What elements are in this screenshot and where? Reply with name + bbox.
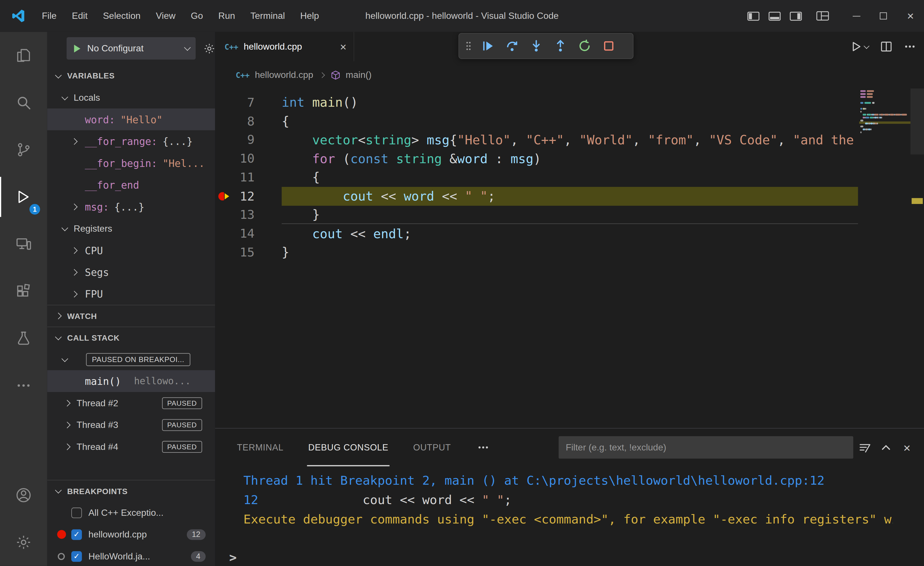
code-line[interactable]: 14 cout << endl; xyxy=(215,224,924,243)
split-editor-icon[interactable] xyxy=(880,41,892,53)
breadcrumb-symbol[interactable]: main() xyxy=(346,70,372,80)
code-line[interactable]: 7int main() xyxy=(215,93,924,112)
toggle-panel-icon[interactable] xyxy=(764,0,785,32)
editor-gutter[interactable]: 8 xyxy=(215,112,282,131)
code-editor[interactable]: 7int main()8{9 vector<string> msg{"Hello… xyxy=(215,89,924,428)
code-line[interactable]: 11 { xyxy=(215,168,924,187)
toolbar-drag-handle[interactable] xyxy=(461,38,476,54)
variable-row[interactable]: __for_end xyxy=(47,174,215,196)
variable-row[interactable]: CPU xyxy=(47,239,215,261)
console-prompt[interactable]: > xyxy=(229,551,237,565)
variables-section-header[interactable]: VARIABLES xyxy=(47,65,215,86)
variable-row[interactable]: word:"Hello" xyxy=(47,108,215,130)
call-stack-section-header[interactable]: CALL STACK xyxy=(47,327,215,348)
menu-help[interactable]: Help xyxy=(292,0,327,32)
code-line[interactable]: 12 cout << word << " "; xyxy=(215,187,924,206)
console-filter-input[interactable] xyxy=(559,436,853,459)
sidebar-item-more[interactable] xyxy=(0,362,47,409)
breakpoint-checkbox[interactable]: ✓ xyxy=(71,529,82,540)
callstack-status-row[interactable]: PAUSED ON BREAKPOI... xyxy=(47,348,215,370)
stack-frame-row[interactable]: main()hellowo... xyxy=(47,370,215,392)
sidebar-item-source-control[interactable] xyxy=(0,126,47,173)
breakpoint-checkbox[interactable]: ✓ xyxy=(71,551,82,561)
thread-row[interactable]: Thread #2PAUSED xyxy=(47,392,215,414)
run-and-debug-icon xyxy=(15,189,32,205)
close-panel-icon[interactable]: × xyxy=(897,437,917,457)
variable-row[interactable]: __for_begin:"Hel... xyxy=(47,152,215,174)
code-line[interactable]: 15} xyxy=(215,243,924,261)
tab-close-icon[interactable]: × xyxy=(340,41,346,52)
minimap[interactable] xyxy=(859,89,910,428)
menu-edit[interactable]: Edit xyxy=(64,0,95,32)
breakpoint-row[interactable]: ✓helloworld.cpp12 xyxy=(47,524,215,545)
maximize-button[interactable] xyxy=(870,0,897,32)
editor-gutter[interactable]: 12 xyxy=(215,187,282,206)
sidebar-item-remote-explorer[interactable] xyxy=(0,221,47,267)
menu-run[interactable]: Run xyxy=(211,0,243,32)
tab-debug-console[interactable]: DEBUG CONSOLE xyxy=(307,428,390,466)
sidebar-item-testing[interactable] xyxy=(0,315,47,362)
editor-gutter[interactable]: 13 xyxy=(215,206,282,224)
editor-gutter[interactable]: 14 xyxy=(215,224,282,243)
debug-step-out-button[interactable] xyxy=(548,33,572,59)
scrollbar-slider[interactable] xyxy=(910,89,924,154)
run-or-debug-button[interactable] xyxy=(850,41,868,53)
debug-continue-button[interactable] xyxy=(476,33,500,59)
tab-output[interactable]: OUTPUT xyxy=(412,428,452,466)
menu-file[interactable]: File xyxy=(34,0,64,32)
editor-gutter[interactable]: 7 xyxy=(215,93,282,112)
code-line[interactable]: 13 } xyxy=(215,206,924,224)
customize-layout-icon[interactable] xyxy=(812,0,833,32)
menu-terminal[interactable]: Terminal xyxy=(243,0,292,32)
variable-row[interactable]: Segs xyxy=(47,261,215,283)
more-actions-icon[interactable] xyxy=(904,41,916,53)
code-line[interactable]: 10 for (const string &word : msg) xyxy=(215,149,924,168)
debug-config-dropdown[interactable]: No Configurat xyxy=(66,37,195,60)
editor-gutter[interactable]: 9 xyxy=(215,131,282,150)
editor-gutter[interactable]: 15 xyxy=(215,243,282,261)
watch-section-header[interactable]: WATCH xyxy=(47,305,215,326)
code-line[interactable]: 8{ xyxy=(215,112,924,131)
variable-row[interactable]: FPU xyxy=(47,283,215,305)
variable-row[interactable]: __for_range:{...} xyxy=(47,131,215,152)
breakpoints-section-header[interactable]: BREAKPOINTS xyxy=(47,480,215,501)
editor-gutter[interactable]: 10 xyxy=(215,149,282,168)
debug-step-into-button[interactable] xyxy=(524,33,548,59)
variables-group-registers[interactable]: Registers xyxy=(47,218,215,239)
sidebar-item-run-and-debug[interactable]: 1 xyxy=(0,173,47,221)
debug-step-over-button[interactable] xyxy=(500,33,524,59)
line-number: 13 xyxy=(215,208,254,222)
tab-helloworld-cpp[interactable]: C++ helloworld.cpp × xyxy=(215,32,354,62)
breadcrumb-file[interactable]: helloworld.cpp xyxy=(255,70,314,80)
toggle-sidebar-right-icon[interactable] xyxy=(785,0,806,32)
sidebar-item-explorer[interactable] xyxy=(0,32,47,79)
variable-row[interactable]: msg:{...} xyxy=(47,196,215,218)
breakpoint-checkbox[interactable] xyxy=(71,507,82,518)
thread-row[interactable]: Thread #3PAUSED xyxy=(47,414,215,435)
editor-gutter[interactable]: 11 xyxy=(215,168,282,187)
settings-button[interactable] xyxy=(0,519,47,566)
panel-more-tabs-icon[interactable] xyxy=(474,438,492,456)
minimize-button[interactable] xyxy=(843,0,870,32)
close-button[interactable]: × xyxy=(897,0,924,32)
editor-scrollbar[interactable] xyxy=(910,89,924,428)
tab-terminal[interactable]: TERMINAL xyxy=(236,428,285,466)
variables-group-locals[interactable]: Locals xyxy=(47,87,215,108)
breakpoint-row[interactable]: ✓HelloWorld.ja...4 xyxy=(47,545,215,566)
menu-selection[interactable]: Selection xyxy=(95,0,148,32)
debug-settings-gear-icon[interactable] xyxy=(203,42,215,54)
debug-restart-button[interactable] xyxy=(572,33,596,59)
debug-stop-button[interactable] xyxy=(596,33,621,59)
line-number: 14 xyxy=(215,227,254,241)
accounts-button[interactable] xyxy=(0,471,47,519)
code-line[interactable]: 9 vector<string> msg{"Hello", "C++", "Wo… xyxy=(215,131,924,150)
menu-go[interactable]: Go xyxy=(183,0,210,32)
toggle-sidebar-left-icon[interactable] xyxy=(742,0,764,32)
thread-row[interactable]: Thread #4PAUSED xyxy=(47,435,215,457)
sidebar-item-extensions[interactable] xyxy=(0,267,47,315)
sidebar-item-search[interactable] xyxy=(0,79,47,126)
menu-view[interactable]: View xyxy=(148,0,183,32)
maximize-panel-icon[interactable] xyxy=(876,437,896,457)
clear-console-icon[interactable] xyxy=(854,437,874,457)
breakpoint-row[interactable]: All C++ Exceptio... xyxy=(47,501,215,523)
